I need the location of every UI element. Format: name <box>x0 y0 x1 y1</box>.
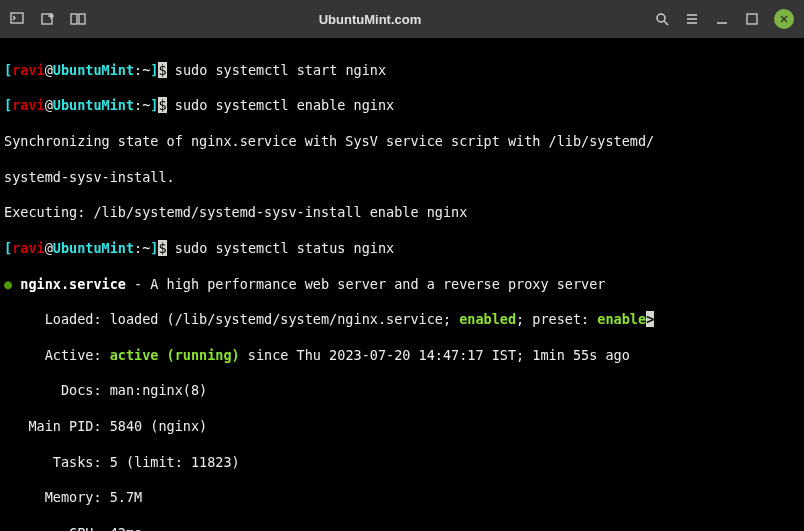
command-text: sudo systemctl start nginx <box>167 62 386 78</box>
prompt-user: ravi <box>12 97 45 113</box>
titlebar-right-controls <box>654 9 794 29</box>
bracket: [ <box>4 240 12 256</box>
output-line: Synchronizing state of nginx.service wit… <box>4 133 800 151</box>
status-bullet-icon: ● <box>4 276 12 292</box>
svg-point-6 <box>657 14 665 22</box>
minimize-icon[interactable] <box>714 11 730 27</box>
svg-rect-12 <box>747 14 757 24</box>
field-value: man:nginx(8) <box>110 382 208 398</box>
field-value: 5.7M <box>110 489 143 505</box>
field-label: Active: <box>4 347 110 363</box>
command-text: sudo systemctl enable nginx <box>167 97 395 113</box>
enabled-state: enabled <box>459 311 516 327</box>
maximize-icon[interactable] <box>744 11 760 27</box>
titlebar: UbuntuMint.com <box>0 0 804 38</box>
docs-line: Docs: man:nginx(8) <box>4 382 800 400</box>
close-icon[interactable] <box>774 9 794 29</box>
split-icon[interactable] <box>70 11 86 27</box>
prompt-end: $ <box>158 62 166 78</box>
cpu-line: CPU: 42ms <box>4 525 800 531</box>
overflow-indicator: > <box>646 311 654 327</box>
field-label: Tasks: <box>4 454 110 470</box>
memory-line: Memory: 5.7M <box>4 489 800 507</box>
titlebar-left-controls <box>10 11 86 27</box>
field-value: ; preset: <box>516 311 597 327</box>
svg-line-7 <box>664 21 668 25</box>
active-state: active (running) <box>110 347 240 363</box>
prompt-end: $ <box>158 240 166 256</box>
service-header: ● nginx.service - A high performance web… <box>4 276 800 294</box>
prompt-at: @ <box>45 62 53 78</box>
new-terminal-icon[interactable] <box>10 11 26 27</box>
field-value: 42ms <box>110 525 143 531</box>
prompt-host: UbuntuMint <box>53 62 134 78</box>
svg-rect-5 <box>79 14 85 24</box>
field-label: Docs: <box>4 382 110 398</box>
new-tab-icon[interactable] <box>40 11 56 27</box>
prompt-user: ravi <box>12 240 45 256</box>
prompt-line-3: [ravi@UbuntuMint:~]$ sudo systemctl stat… <box>4 240 800 258</box>
command-text: sudo systemctl status nginx <box>167 240 395 256</box>
prompt-line-1: [ravi@UbuntuMint:~]$ sudo systemctl star… <box>4 62 800 80</box>
field-label: Memory: <box>4 489 110 505</box>
prompt-user: ravi <box>12 62 45 78</box>
bracket: [ <box>4 97 12 113</box>
field-value: 5 (limit: 11823) <box>110 454 240 470</box>
field-label: CPU: <box>4 525 110 531</box>
active-line: Active: active (running) since Thu 2023-… <box>4 347 800 365</box>
search-icon[interactable] <box>654 11 670 27</box>
prompt-path: :~ <box>134 62 150 78</box>
window-title: UbuntuMint.com <box>86 12 654 27</box>
prompt-host: UbuntuMint <box>53 97 134 113</box>
svg-rect-0 <box>11 13 23 23</box>
tasks-line: Tasks: 5 (limit: 11823) <box>4 454 800 472</box>
field-value: 5840 (nginx) <box>110 418 208 434</box>
loaded-line: Loaded: loaded (/lib/systemd/system/ngin… <box>4 311 800 329</box>
prompt-line-2: [ravi@UbuntuMint:~]$ sudo systemctl enab… <box>4 97 800 115</box>
service-desc: - A high performance web server and a re… <box>126 276 606 292</box>
active-since: since Thu 2023-07-20 14:47:17 IST; 1min … <box>240 347 630 363</box>
field-label: Loaded: <box>4 311 110 327</box>
prompt-path: :~ <box>134 240 150 256</box>
svg-rect-4 <box>71 14 77 24</box>
pid-line: Main PID: 5840 (nginx) <box>4 418 800 436</box>
prompt-path: :~ <box>134 97 150 113</box>
prompt-end: $ <box>158 97 166 113</box>
prompt-host: UbuntuMint <box>53 240 134 256</box>
service-name: nginx.service <box>12 276 126 292</box>
prompt-at: @ <box>45 97 53 113</box>
field-value: loaded (/lib/systemd/system/nginx.servic… <box>110 311 460 327</box>
preset-state: enable <box>597 311 646 327</box>
field-label: Main PID: <box>4 418 110 434</box>
output-line: Executing: /lib/systemd/systemd-sysv-ins… <box>4 204 800 222</box>
output-line: systemd-sysv-install. <box>4 169 800 187</box>
terminal-output[interactable]: [ravi@UbuntuMint:~]$ sudo systemctl star… <box>0 38 804 531</box>
menu-icon[interactable] <box>684 11 700 27</box>
prompt-at: @ <box>45 240 53 256</box>
bracket: [ <box>4 62 12 78</box>
